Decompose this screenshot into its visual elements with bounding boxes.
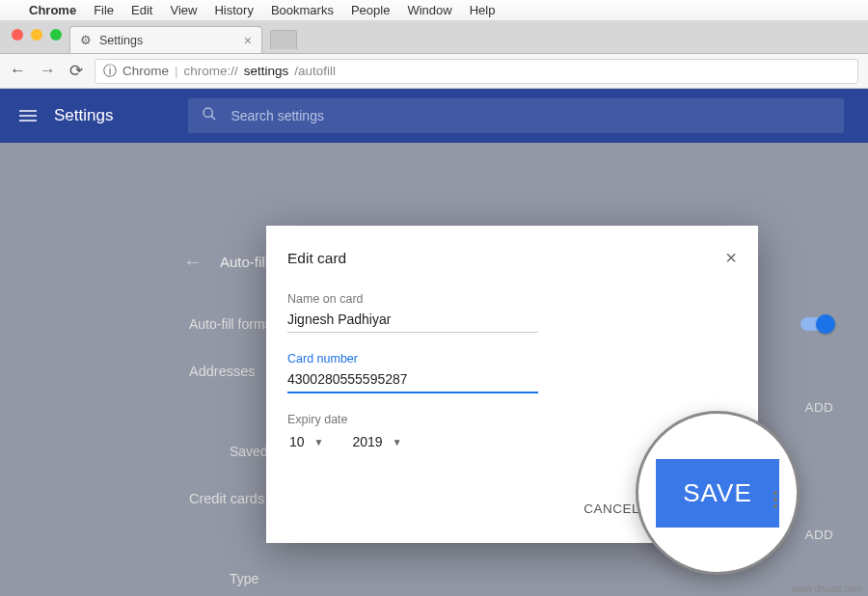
menu-people[interactable]: People: [351, 3, 390, 17]
menu-view[interactable]: View: [170, 3, 197, 17]
card-type-label: Type: [230, 571, 833, 586]
url-scheme: Chrome: [122, 64, 169, 78]
menu-app[interactable]: Chrome: [29, 3, 76, 17]
mac-menubar: Chrome File Edit View History Bookmarks …: [0, 0, 868, 21]
svg-line-1: [211, 116, 215, 120]
watermark: www.deuaq.com: [792, 583, 862, 594]
chevron-down-icon: ▼: [314, 437, 324, 447]
search-placeholder: Search settings: [231, 108, 324, 123]
expiry-field: Expiry date 10 ▼ 2019 ▼: [287, 413, 538, 453]
divider: |: [175, 64, 178, 78]
url-host: settings: [244, 64, 289, 78]
callout-highlight: SAVE: [636, 411, 800, 575]
back-button[interactable]: ←: [10, 61, 26, 81]
name-on-card-value[interactable]: Jignesh Padhiyar: [287, 310, 538, 333]
window-close-button[interactable]: [12, 29, 23, 41]
dialog-title: Edit card: [287, 250, 346, 267]
add-card-button[interactable]: ADD: [805, 528, 833, 542]
address-bar[interactable]: ⓘ Chrome | chrome://settings/autofill: [95, 59, 858, 84]
tabstrip: ⚙ Settings ×: [0, 21, 868, 54]
menu-history[interactable]: History: [214, 3, 253, 17]
forward-button: →: [40, 61, 56, 81]
reload-button[interactable]: ⟳: [69, 61, 83, 81]
card-number-value[interactable]: 4300280555595287: [287, 369, 538, 393]
kebab-icon: [768, 485, 783, 514]
menu-file[interactable]: File: [94, 3, 114, 17]
menu-window[interactable]: Window: [407, 3, 451, 17]
menu-edit[interactable]: Edit: [131, 3, 152, 17]
dialog-close-icon[interactable]: ×: [725, 247, 737, 269]
tab-close-icon[interactable]: ×: [244, 33, 252, 48]
card-number-field[interactable]: Card number 4300280555595287: [287, 352, 538, 393]
window-minimize-button[interactable]: [31, 29, 42, 41]
new-tab-button[interactable]: [270, 30, 297, 49]
callout-save-button: SAVE: [656, 459, 778, 528]
url-prefix: chrome://: [184, 64, 238, 78]
autofill-toggle[interactable]: [800, 317, 833, 331]
cancel-button[interactable]: CANCEL: [583, 501, 639, 516]
window-maximize-button[interactable]: [50, 29, 62, 41]
settings-title: Settings: [54, 106, 113, 125]
site-info-icon[interactable]: ⓘ: [103, 63, 117, 80]
expiry-month-select[interactable]: 10 ▼: [287, 430, 329, 453]
expiry-month-value: 10: [289, 434, 305, 449]
back-arrow-icon[interactable]: ←: [183, 251, 203, 273]
name-on-card-field[interactable]: Name on card Jignesh Padhiyar: [287, 292, 538, 333]
url-path: /autofill: [294, 64, 336, 78]
settings-header: Settings Search settings: [0, 89, 868, 143]
search-settings[interactable]: Search settings: [188, 98, 844, 133]
expiry-year-select[interactable]: 2019 ▼: [350, 430, 407, 453]
name-on-card-label: Name on card: [287, 292, 538, 306]
window-controls: [8, 21, 69, 53]
menu-bookmarks[interactable]: Bookmarks: [271, 3, 334, 17]
add-address-button[interactable]: ADD: [805, 400, 833, 415]
menu-icon[interactable]: [19, 110, 37, 122]
expiry-label: Expiry date: [287, 413, 538, 426]
gear-icon: ⚙: [80, 33, 92, 47]
card-number-label: Card number: [287, 352, 538, 366]
menu-help[interactable]: Help: [470, 3, 496, 17]
svg-point-0: [203, 108, 212, 117]
browser-toolbar: ← → ⟳ ⓘ Chrome | chrome://settings/autof…: [0, 54, 868, 89]
expiry-year-value: 2019: [352, 434, 382, 449]
tab-title: Settings: [99, 34, 143, 47]
browser-tab[interactable]: ⚙ Settings ×: [69, 26, 262, 53]
chevron-down-icon: ▼: [393, 437, 402, 447]
search-icon: [202, 106, 217, 125]
